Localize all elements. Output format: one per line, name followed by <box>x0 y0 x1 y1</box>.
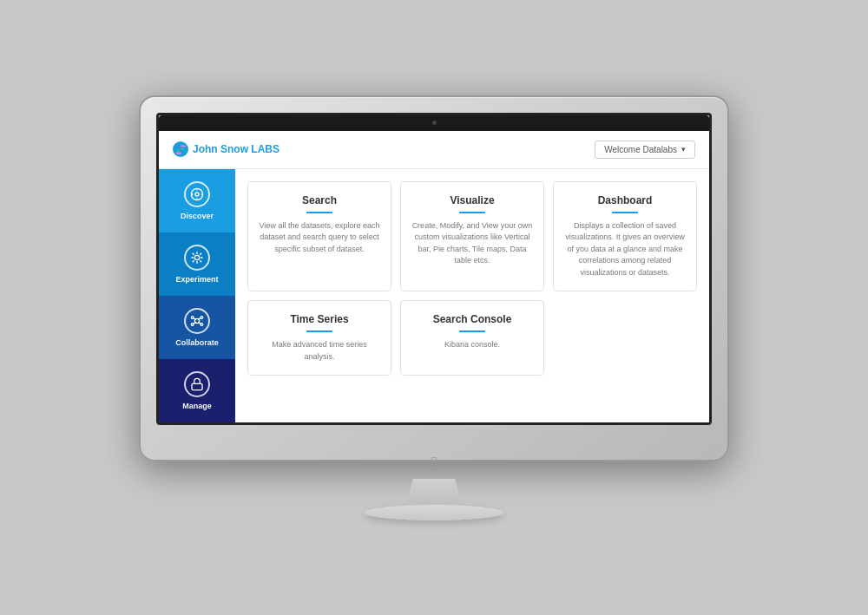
main-layout: Discover <box>159 169 709 422</box>
content-area: Search View all the datasets, explore ea… <box>235 169 709 422</box>
card-searchconsole-divider <box>459 330 485 332</box>
card-visualize-desc: Create, Modify, and View your own custom… <box>411 220 533 267</box>
sidebar-label-experiment: Experiment <box>175 275 218 284</box>
sidebar-label-collaborate: Collaborate <box>175 338 219 347</box>
svg-line-9 <box>193 252 194 254</box>
cards-grid: Search View all the datasets, explore ea… <box>247 181 697 376</box>
sidebar-item-discover[interactable]: Discover <box>159 169 235 232</box>
card-timeseries-title: Time Series <box>259 313 380 325</box>
monitor-frame: 🧬 John Snow LABS Welcome Datalabs <box>139 95 729 461</box>
card-dashboard-desc: Displays a collection of saved visualiza… <box>564 220 686 279</box>
screen-content: 🧬 John Snow LABS Welcome Datalabs <box>159 131 709 422</box>
svg-point-6 <box>194 255 199 259</box>
stand-base <box>365 505 503 520</box>
sidebar-label-discover: Discover <box>181 212 214 220</box>
card-visualize-divider <box>459 212 485 213</box>
sidebar-item-manage[interactable]: Manage <box>159 359 235 422</box>
card-search-desc: View all the datasets, explore each data… <box>259 220 380 256</box>
card-search[interactable]: Search View all the datasets, explore ea… <box>247 181 391 292</box>
svg-point-18 <box>191 323 194 325</box>
stand-neck <box>399 479 469 505</box>
sidebar-label-manage: Manage <box>182 402 212 410</box>
logo-icon: 🧬 <box>173 141 188 157</box>
camera-dot <box>432 121 437 125</box>
welcome-button[interactable]: Welcome Datalabs <box>595 141 695 159</box>
logo-text: John Snow LABS <box>193 143 279 155</box>
card-timeseries-desc: Make advanced time series analysis. <box>259 339 380 363</box>
monitor-wrapper: 🧬 John Snow LABS Welcome Datalabs <box>139 95 729 520</box>
logo-text-blue: LABS <box>251 143 279 155</box>
logo-text-black: John Snow <box>193 143 251 155</box>
svg-line-14 <box>200 252 201 254</box>
svg-line-22 <box>194 322 196 324</box>
camera-bar <box>159 115 709 131</box>
svg-point-1 <box>195 193 199 196</box>
sidebar-item-collaborate[interactable]: Collaborate <box>159 296 235 359</box>
manage-icon <box>184 371 210 397</box>
card-search-title: Search <box>259 194 380 206</box>
card-timeseries-divider <box>306 330 332 332</box>
svg-line-21 <box>198 317 201 319</box>
logo: 🧬 John Snow LABS <box>173 141 279 157</box>
svg-line-10 <box>200 260 201 262</box>
card-dashboard[interactable]: Dashboard Displays a collection of saved… <box>553 181 697 292</box>
sidebar-item-experiment[interactable]: Experiment <box>159 232 235 296</box>
card-visualize-title: Visualize <box>411 194 533 206</box>
svg-line-13 <box>193 260 194 262</box>
card-timeseries[interactable]: Time Series Make advanced time series an… <box>247 300 391 376</box>
sidebar: Discover <box>159 169 235 422</box>
svg-line-23 <box>198 322 201 324</box>
card-visualize[interactable]: Visualize Create, Modify, and View your … <box>400 181 544 292</box>
card-search-divider <box>306 212 332 213</box>
experiment-icon <box>184 245 210 271</box>
svg-point-17 <box>201 316 203 318</box>
card-searchconsole-desc: Kibana console. <box>411 339 533 351</box>
svg-rect-24 <box>192 383 202 389</box>
discover-icon <box>184 181 210 207</box>
monitor-screen: 🧬 John Snow LABS Welcome Datalabs <box>156 113 712 425</box>
app-header: 🧬 John Snow LABS Welcome Datalabs <box>159 131 709 169</box>
svg-point-16 <box>191 316 194 318</box>
card-dashboard-title: Dashboard <box>564 194 686 206</box>
svg-point-19 <box>201 323 203 325</box>
svg-line-20 <box>194 317 196 319</box>
apple-logo:  <box>431 453 437 475</box>
card-searchconsole-title: Search Console <box>411 313 533 325</box>
card-dashboard-divider <box>612 212 638 213</box>
collaborate-icon <box>184 308 210 334</box>
card-searchconsole[interactable]: Search Console Kibana console. <box>400 300 544 376</box>
